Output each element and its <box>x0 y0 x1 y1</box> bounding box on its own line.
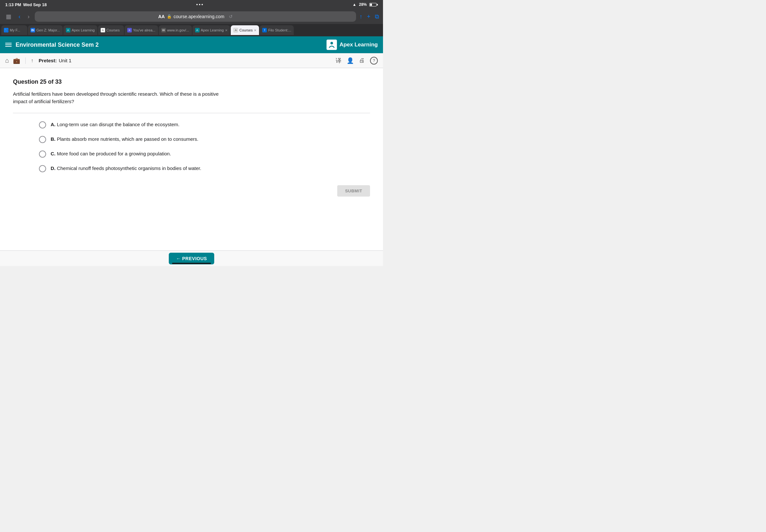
tabs-icon[interactable]: ⧉ <box>375 13 379 20</box>
address-bar[interactable]: AA 🔒 course.apexlearning.com ↺ <box>35 11 356 22</box>
tab-apex1[interactable]: A Apex Learning <box>63 25 97 35</box>
browser-toolbar: ▦ ‹ › AA 🔒 course.apexlearning.com ↺ ↑ +… <box>0 9 383 24</box>
tab-label-gen-z: Gen Z: Major... <box>36 28 60 32</box>
options-list: A. Long-term use can disrupt the balance… <box>39 121 370 172</box>
tab-my-files[interactable]: 🔵 My F... <box>1 25 27 35</box>
option-c-letter: C. <box>51 151 57 156</box>
upload-icon: ↑ <box>31 58 33 64</box>
hamburger-line3 <box>5 46 12 47</box>
sidebar-toggle-button[interactable]: ▦ <box>4 12 13 21</box>
tab-courses2[interactable]: A Courses ✕ <box>231 25 259 35</box>
bottom-nav: ← PREVIOUS <box>0 250 383 266</box>
home-indicator <box>172 263 211 264</box>
tab-label-ingov: www.in.gov/... <box>167 28 189 32</box>
tab-favicon-filo: f <box>262 28 267 32</box>
option-a[interactable]: A. Long-term use can disrupt the balance… <box>39 121 370 128</box>
tab-favicon-apex2: A <box>195 28 200 32</box>
refresh-icon[interactable]: ↺ <box>229 14 233 19</box>
option-b[interactable]: B. Plants absorb more nutrients, which a… <box>39 136 370 143</box>
submit-button[interactable]: SUBMIT <box>337 185 370 197</box>
sub-toolbar: ⌂ 💼 ↑ Pretest: Unit 1 译 👤 🖨 ? <box>0 53 383 68</box>
sub-toolbar-left: ⌂ 💼 ↑ Pretest: Unit 1 <box>5 57 71 64</box>
option-c[interactable]: C. More food can be produced for a growi… <box>39 150 370 158</box>
dot1 <box>196 4 198 5</box>
wifi-icon: ▲ <box>352 2 356 7</box>
hamburger-menu[interactable] <box>5 43 12 47</box>
tab-gen-z[interactable]: BI Gen Z: Major... <box>28 25 63 35</box>
help-icon[interactable]: ? <box>370 57 378 65</box>
tab-favicon-apex1: A <box>66 28 70 32</box>
option-b-letter: B. <box>51 136 57 142</box>
option-a-letter: A. <box>51 122 57 127</box>
radio-d[interactable] <box>39 165 46 172</box>
course-title: Environmental Science Sem 2 <box>16 42 99 48</box>
tab-filo[interactable]: f Filo Student:... <box>260 25 294 35</box>
tab-close-courses2[interactable]: ✕ <box>254 29 256 32</box>
app-header: Environmental Science Sem 2 Apex Learnin… <box>0 36 383 53</box>
radio-a[interactable] <box>39 121 46 128</box>
main-content: Question 25 of 33 Artificial fertilizers… <box>0 68 383 250</box>
tab-label-my-files: My F... <box>10 28 20 32</box>
forward-button[interactable]: › <box>26 12 31 21</box>
submit-area: SUBMIT <box>13 185 370 197</box>
accessibility-icon[interactable]: 👤 <box>346 57 354 64</box>
svg-point-0 <box>330 42 333 44</box>
pretest-unit-text: Unit 1 <box>59 58 71 63</box>
tab-label-courses1: Courses <box>106 28 120 32</box>
tab-ingov[interactable]: W www.in.gov/... <box>159 25 192 35</box>
apex-logo-text: Apex Learning <box>339 42 378 48</box>
battery-percent: 28% <box>359 2 367 7</box>
tabs-bar: 🔵 My F... BI Gen Z: Major... A Apex Lear… <box>0 24 383 36</box>
option-d-letter: D. <box>51 165 57 171</box>
back-button[interactable]: ‹ <box>17 12 22 21</box>
tab-close-apex2[interactable]: ✕ <box>225 29 227 32</box>
tab-courses1[interactable]: A Courses <box>98 25 124 35</box>
tab-favicon-ingov: W <box>161 28 166 32</box>
add-tab-icon[interactable]: + <box>367 13 370 20</box>
time: 1:13 PM <box>5 2 21 7</box>
toolbar-icons: ↑ + ⧉ <box>359 13 379 20</box>
dot3 <box>201 4 203 5</box>
translate-icon[interactable]: 译 <box>335 57 341 65</box>
status-right: ▲ 28% <box>352 2 378 7</box>
status-bar: 1:13 PM Wed Sep 18 ▲ 28% <box>0 0 383 9</box>
option-d[interactable]: D. Chemical runoff feeds photosynthetic … <box>39 165 370 172</box>
hamburger-line2 <box>5 44 12 45</box>
tab-label-courses2: Courses <box>239 28 252 32</box>
tab-favicon-courses1: A <box>101 28 105 32</box>
hamburger-line1 <box>5 43 12 43</box>
lock-icon: 🔒 <box>167 14 172 19</box>
header-left: Environmental Science Sem 2 <box>5 42 99 48</box>
url-text: course.apexlearning.com <box>174 14 224 19</box>
option-c-text: C. More food can be produced for a growi… <box>51 150 171 158</box>
tab-label-youve: You've alrea... <box>133 28 155 32</box>
tab-label-apex1: Apex Learning <box>72 28 95 32</box>
question-text: Artificial fertilizers have been develop… <box>13 91 221 105</box>
radio-c[interactable] <box>39 151 46 158</box>
tab-favicon-youve: ≡ <box>127 28 132 32</box>
toolbar-divider <box>25 57 26 64</box>
briefcase-button[interactable]: 💼 <box>13 57 20 64</box>
pretest-label-text: Pretest: <box>39 58 57 63</box>
option-d-text: D. Chemical runoff feeds photosynthetic … <box>51 165 201 172</box>
date: Wed Sep 18 <box>23 2 47 7</box>
apex-icon <box>326 40 337 50</box>
apex-logo: Apex Learning <box>326 40 378 50</box>
question-number: Question 25 of 33 <box>13 79 370 85</box>
aa-label: AA <box>158 14 164 19</box>
battery-icon <box>369 3 378 6</box>
share-icon[interactable]: ↑ <box>359 13 362 20</box>
sub-toolbar-right: 译 👤 🖨 ? <box>335 57 378 65</box>
home-button[interactable]: ⌂ <box>5 57 9 64</box>
radio-b[interactable] <box>39 136 46 143</box>
tab-apex2[interactable]: A Apex Learning ✕ <box>192 25 230 35</box>
pretest-breadcrumb: Pretest: Unit 1 <box>39 58 71 63</box>
status-center <box>196 4 203 5</box>
option-a-text: A. Long-term use can disrupt the balance… <box>51 121 179 128</box>
tab-favicon-my-files: 🔵 <box>4 28 8 32</box>
tab-youve[interactable]: ≡ You've alrea... <box>125 25 158 35</box>
tab-favicon-gen-z: BI <box>30 28 35 32</box>
tab-label-filo: Filo Student:... <box>268 28 291 32</box>
tab-favicon-courses2: A <box>233 28 238 32</box>
print-icon[interactable]: 🖨 <box>359 57 365 64</box>
